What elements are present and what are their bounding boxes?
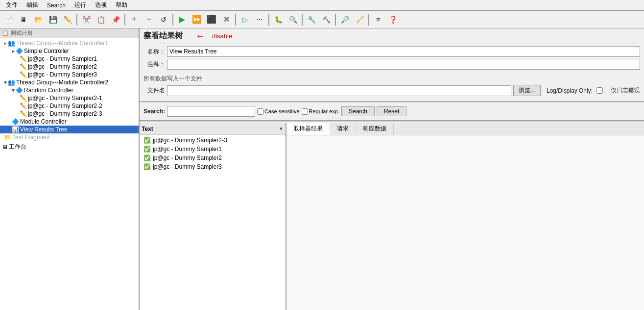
regex-checkbox[interactable] xyxy=(302,108,308,115)
help-button[interactable]: ❓ xyxy=(386,13,400,26)
sampler2-3-icon: ✏️ xyxy=(20,110,27,117)
file-input[interactable] xyxy=(167,85,511,96)
search-button[interactable]: Search xyxy=(341,106,375,116)
results-right-panel: 取样器结果 请求 响应数据 xyxy=(286,123,644,310)
workbench-label: 工作台 xyxy=(9,143,26,151)
tree-item-workbench[interactable]: 🖥 工作台 xyxy=(0,142,139,152)
list-button[interactable]: ≡ xyxy=(371,13,385,26)
cut-button[interactable]: ✂️ xyxy=(79,13,93,26)
menu-help[interactable]: 帮助 xyxy=(112,0,131,10)
panel-header: 察看结果树 ← disable xyxy=(140,28,644,44)
tree-item-thread-group2[interactable]: ▾ 👥 Thread Group---Module Controller2 xyxy=(0,78,139,86)
test-plan-icon: 📋 xyxy=(2,30,9,36)
file-label: 文件名 xyxy=(143,86,165,95)
results-left-panel: Text ▼ ✅ jp@gc - Dummy Sampler2-3 ✅ jp@g… xyxy=(140,123,286,310)
comment-label: 注释： xyxy=(143,60,165,69)
menu-options[interactable]: 选项 xyxy=(91,0,111,10)
reset-button[interactable]: ↺ xyxy=(157,13,170,26)
paste-button[interactable]: 📌 xyxy=(109,13,122,26)
result-item-0[interactable]: ✅ jp@gc - Dummy Sampler2-3 xyxy=(140,136,286,145)
tree-item-module-controller[interactable]: 🔷 Module Controller xyxy=(0,118,139,126)
result-icon-0: ✅ xyxy=(143,137,151,144)
view-results-icon: 📊 xyxy=(12,126,19,133)
sampler2-1-icon: ✏️ xyxy=(20,95,27,102)
case-sensitive-label: Case sensitive xyxy=(257,108,300,115)
sep7 xyxy=(335,14,336,26)
menu-edit[interactable]: 编辑 xyxy=(23,0,42,10)
results-left-title: Text xyxy=(142,126,279,132)
log-checkbox[interactable] xyxy=(596,87,603,94)
tree-item-test-fragment[interactable]: 📁 Test Fragment xyxy=(0,133,139,141)
results-content xyxy=(286,135,644,310)
menu-run[interactable]: 运行 xyxy=(71,0,90,10)
tree-item-random-controller[interactable]: ▾ 🔷 Random Controller xyxy=(0,86,139,94)
reset-button[interactable]: Reset xyxy=(377,106,406,116)
find-button[interactable]: 🔍 xyxy=(286,13,300,26)
sampler2-1-label: jp@gc - Dummy Sampler2-1 xyxy=(28,95,102,102)
thread-group2-label: Thread Group---Module Controller2 xyxy=(16,79,108,86)
file-browse-button[interactable]: 浏览... xyxy=(513,85,541,96)
open-button[interactable]: 📂 xyxy=(31,13,45,26)
remove-button[interactable]: − xyxy=(142,13,156,26)
regex-label: Regular exp. xyxy=(302,108,339,115)
sep2 xyxy=(124,14,125,26)
save-button[interactable]: 💾 xyxy=(46,13,60,26)
menubar: 文件 编辑 Search 运行 选项 帮助 xyxy=(0,0,644,11)
tab-request[interactable]: 请求 xyxy=(330,123,356,135)
tree-item-sampler2-3[interactable]: ✏️ jp@gc - Dummy Sampler2-3 xyxy=(0,110,139,118)
simple-controller-label: Simple Controller xyxy=(24,48,69,54)
sampler2-3-label: jp@gc - Dummy Sampler2-3 xyxy=(28,110,102,117)
inspect-button[interactable]: 🔎 xyxy=(338,13,352,26)
remote-more-button[interactable]: ⋯ xyxy=(253,13,266,26)
comment-input[interactable] xyxy=(167,59,640,70)
new-button[interactable]: 📄 xyxy=(2,13,16,26)
remote-run-button[interactable]: ▷ xyxy=(238,13,252,26)
name-input[interactable] xyxy=(167,46,640,57)
stop-button[interactable]: ⬛ xyxy=(205,13,218,26)
case-sensitive-checkbox[interactable] xyxy=(257,108,263,115)
comment-row: 注释： xyxy=(143,59,640,70)
clean-button[interactable]: 🧹 xyxy=(353,13,366,26)
edit-button[interactable]: ✏️ xyxy=(61,13,74,26)
tree-header: 📋 测试计划 xyxy=(0,28,139,38)
tree-item-sampler1[interactable]: ✏️ jp@gc - Dummy Sampler1 xyxy=(0,55,139,63)
stop-all-button[interactable]: ✖ xyxy=(219,13,233,26)
tree-item-view-results-tree[interactable]: 📊 View Results Tree xyxy=(0,126,139,133)
search-input[interactable] xyxy=(167,106,255,117)
menu-file[interactable]: 文件 xyxy=(2,0,22,10)
result-label-3: jp@gc - Dummy Sampler3 xyxy=(153,163,222,170)
run-all-button[interactable]: ⏩ xyxy=(190,13,204,26)
results-dropdown-icon[interactable]: ▼ xyxy=(279,126,284,131)
result-item-3[interactable]: ✅ jp@gc - Dummy Sampler3 xyxy=(140,162,286,171)
tree-item-thread-group1[interactable]: ▸ 👥 Thread Group---Module Controller1 xyxy=(0,39,139,47)
case-sensitive-text: Case sensitive xyxy=(264,108,300,114)
name-row: 名称： xyxy=(143,46,640,57)
add-button[interactable]: + xyxy=(127,13,141,26)
tool2-button[interactable]: 🔨 xyxy=(319,13,333,26)
sampler1-label: jp@gc - Dummy Sampler1 xyxy=(28,55,97,62)
main-container: 📋 测试计划 ▸ 👥 Thread Group---Module Control… xyxy=(0,28,644,310)
tree-item-sampler2-1[interactable]: ✏️ jp@gc - Dummy Sampler2-1 xyxy=(0,94,139,102)
tree-item-sampler3[interactable]: ✏️ jp@gc - Dummy Sampler3 xyxy=(0,71,139,78)
debug-button[interactable]: 🐛 xyxy=(271,13,285,26)
results-left-header: Text ▼ xyxy=(140,123,286,135)
result-item-2[interactable]: ✅ jp@gc - Dummy Sampler2 xyxy=(140,154,286,162)
run-button[interactable]: ▶ xyxy=(175,13,189,26)
simple-controller-icon: 🔷 xyxy=(16,48,23,54)
result-item-1[interactable]: ✅ jp@gc - Dummy Sampler1 xyxy=(140,145,286,154)
thread-group1-label: Thread Group---Module Controller1 xyxy=(16,40,108,47)
name-label: 名称： xyxy=(143,48,165,56)
tree-item-sampler2[interactable]: ✏️ jp@gc - Dummy Sampler2 xyxy=(0,63,139,71)
regex-text: Regular exp. xyxy=(309,108,339,114)
copy-button[interactable]: 📋 xyxy=(94,13,108,26)
sep1 xyxy=(76,14,77,26)
horizontal-separator2 xyxy=(140,120,644,122)
template-button[interactable]: 🖥 xyxy=(17,13,30,26)
tab-response-data[interactable]: 响应数据 xyxy=(356,123,394,135)
tab-sampler-results[interactable]: 取样器结果 xyxy=(286,123,330,135)
tree-item-sampler2-2[interactable]: ✏️ jp@gc - Dummy Sampler2-2 xyxy=(0,102,139,110)
tree-item-simple-controller[interactable]: ▸ 🔷 Simple Controller xyxy=(0,47,139,55)
tree-body: ▸ 👥 Thread Group---Module Controller1 ▸ … xyxy=(0,38,139,153)
tool1-button[interactable]: 🔧 xyxy=(305,13,318,26)
menu-search[interactable]: Search xyxy=(43,1,70,10)
